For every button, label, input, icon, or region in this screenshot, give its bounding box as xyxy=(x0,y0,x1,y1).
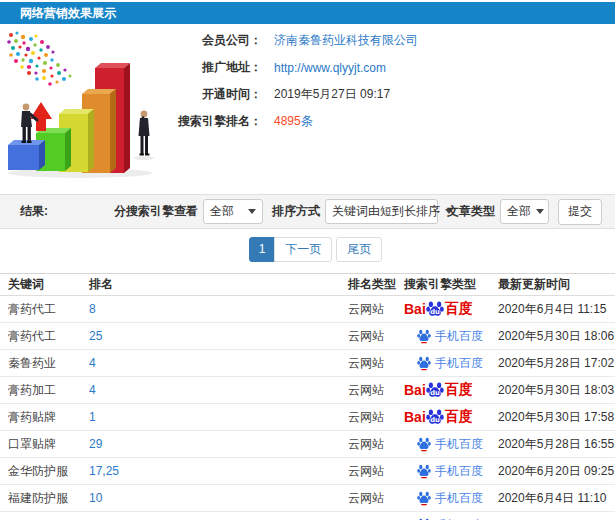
keyword-cell: 口罩贴牌 xyxy=(8,436,89,453)
confetti-dots xyxy=(7,31,71,85)
results-table: 关键词 排名 排名类型 搜索引擎类型 最新更新时间 膏药代工 8 云网站 Bai… xyxy=(0,273,615,520)
svg-text:du: du xyxy=(430,308,440,316)
table-row: 膏药加工 4 云网站 Baidu百度 2020年5月30日 18:03 xyxy=(0,377,615,404)
baidu-paw-icon xyxy=(417,490,431,505)
ranking-count-row: 搜索引擎排名： 4895条 xyxy=(160,108,600,135)
rank-link[interactable]: 8 xyxy=(89,302,348,316)
table-row: 膏药代工 25 云网站 手机百度 2020年5月30日 18:06 xyxy=(0,323,615,350)
rank-link[interactable]: 25 xyxy=(89,329,348,343)
results-label: 结果: xyxy=(20,203,48,220)
member-company-row: 会员公司： 济南秦鲁药业科技有限公司 xyxy=(160,27,600,54)
baidu-paw-icon xyxy=(417,355,431,370)
promo-url-label: 推广地址： xyxy=(160,59,262,76)
table-header-row: 关键词 排名 排名类型 搜索引擎类型 最新更新时间 xyxy=(0,273,615,296)
mobile-baidu-logo: 手机百度 xyxy=(417,328,483,345)
updated-cell: 2020年5月28日 17:02 xyxy=(498,355,615,372)
rank-type-cell: 云网站 xyxy=(348,463,404,480)
keyword-cell: 膏药加工 xyxy=(8,382,89,399)
updated-cell: 2020年5月30日 18:03 xyxy=(498,382,615,399)
page-title: 网络营销效果展示 xyxy=(0,2,615,24)
rank-link[interactable]: 10 xyxy=(89,491,348,505)
sort-filter-value: 关键词由短到长排序 xyxy=(332,203,440,220)
page-header: 网络营销效果展示 xyxy=(0,2,615,24)
baidu-paw-icon xyxy=(417,463,431,478)
sort-filter-select[interactable]: 关键词由短到长排序 xyxy=(325,199,438,224)
table-row: 福建防护服 10 云网站 手机百度 2020年6月4日 11:10 xyxy=(0,485,615,512)
member-company-label: 会员公司： xyxy=(160,32,262,49)
rank-link[interactable]: 29 xyxy=(89,437,348,451)
engine-cell: 手机百度 xyxy=(404,490,498,507)
keyword-cell: 秦鲁药业 xyxy=(8,355,89,372)
engine-cell: 手机百度 xyxy=(404,517,498,520)
engine-cell: 手机百度 xyxy=(404,328,498,345)
engine-cell: 手机百度 xyxy=(404,355,498,372)
baidu-paw-icon: du xyxy=(426,299,444,319)
page-button-1[interactable]: 1 xyxy=(249,237,276,262)
member-company-link[interactable]: 济南秦鲁药业科技有限公司 xyxy=(274,32,418,49)
svg-text:du: du xyxy=(430,416,440,424)
updated-cell: 2020年6月20日 09:25 xyxy=(498,463,615,480)
svg-text:du: du xyxy=(430,389,440,397)
promo-url-link[interactable]: http://www.qlyyjt.com xyxy=(274,61,386,75)
submit-button[interactable]: 提交 xyxy=(558,199,602,225)
rank-type-cell: 云网站 xyxy=(348,490,404,507)
mobile-baidu-logo: 手机百度 xyxy=(417,463,483,480)
table-header-engine: 搜索引擎类型 xyxy=(404,276,498,293)
open-time-label: 开通时间： xyxy=(160,86,262,103)
engine-filter-label: 分搜索引擎查看 xyxy=(114,203,198,220)
keyword-cell: 膏药代工 xyxy=(8,301,89,318)
updated-cell: 2020年6月4日 11:15 xyxy=(498,301,615,318)
engine-cell: 手机百度 xyxy=(404,436,498,453)
table-row-partial: 手机百度 xyxy=(0,512,615,520)
baidu-logo: Baidu百度 xyxy=(404,299,473,319)
blue-bar xyxy=(8,140,45,170)
filter-bar: 结果: 分搜索引擎查看 全部 排序方式 关键词由短到长排序 文章类型 全部 提交 xyxy=(0,194,615,229)
rank-link[interactable]: 17,25 xyxy=(89,464,348,478)
article-type-select[interactable]: 全部 xyxy=(500,199,549,224)
rank-type-cell: 云网站 xyxy=(348,436,404,453)
growth-chart-illustration xyxy=(2,30,164,183)
updated-cell: 2020年5月28日 16:55 xyxy=(498,436,615,453)
keyword-cell: 福建防护服 xyxy=(8,490,89,507)
last-page-button[interactable]: 尾页 xyxy=(336,237,382,262)
table-row: 膏药代工 8 云网站 Baidu百度 2020年6月4日 11:15 xyxy=(0,296,615,323)
ranking-count-value: 4895条 xyxy=(274,113,313,130)
member-info-panel: 会员公司： 济南秦鲁药业科技有限公司 推广地址： http://www.qlyy… xyxy=(160,27,600,135)
ranking-count-label: 搜索引擎排名： xyxy=(160,113,262,130)
engine-cell: Baidu百度 xyxy=(404,407,498,427)
updated-cell: 2020年5月30日 17:58 xyxy=(498,409,615,426)
table-header-updated: 最新更新时间 xyxy=(498,276,615,293)
keyword-cell: 膏药贴牌 xyxy=(8,409,89,426)
businessman-figure-left xyxy=(21,104,37,143)
chevron-down-icon xyxy=(536,209,544,214)
article-type-value: 全部 xyxy=(507,203,531,220)
engine-filter-value: 全部 xyxy=(210,203,234,220)
mobile-baidu-logo: 手机百度 xyxy=(417,490,483,507)
baidu-paw-icon xyxy=(417,436,431,451)
keyword-cell: 金华防护服 xyxy=(8,463,89,480)
rank-link[interactable]: 1 xyxy=(89,410,348,424)
promo-url-row: 推广地址： http://www.qlyyjt.com xyxy=(160,54,600,81)
filter-controls: 分搜索引擎查看 全部 排序方式 关键词由短到长排序 文章类型 全部 提交 xyxy=(105,199,615,225)
engine-filter-select[interactable]: 全部 xyxy=(203,199,263,224)
table-header-rank-type: 排名类型 xyxy=(348,276,404,293)
mobile-baidu-logo: 手机百度 xyxy=(417,517,483,520)
ranking-count-number: 4895 xyxy=(274,114,301,128)
updated-cell: 2020年6月4日 11:10 xyxy=(498,490,615,507)
sort-filter-label: 排序方式 xyxy=(272,203,320,220)
rank-type-cell: 云网站 xyxy=(348,301,404,318)
mobile-baidu-logo: 手机百度 xyxy=(417,436,483,453)
table-row: 口罩贴牌 29 云网站 手机百度 2020年5月28日 16:55 xyxy=(0,431,615,458)
rank-type-cell: 云网站 xyxy=(348,382,404,399)
rank-link[interactable]: 4 xyxy=(89,356,348,370)
rank-type-cell: 云网站 xyxy=(348,355,404,372)
open-time-value: 2019年5月27日 09:17 xyxy=(274,86,390,103)
next-page-button[interactable]: 下一页 xyxy=(274,237,332,262)
rank-link[interactable]: 4 xyxy=(89,383,348,397)
rank-type-cell: 云网站 xyxy=(348,328,404,345)
updated-cell: 2020年5月30日 18:06 xyxy=(498,328,615,345)
baidu-logo: Baidu百度 xyxy=(404,407,473,427)
bar-chart-clipart-image xyxy=(2,30,164,180)
page: 网络营销效果展示 xyxy=(0,0,615,520)
table-row: 金华防护服 17,25 云网站 手机百度 2020年6月20日 09:25 xyxy=(0,458,615,485)
